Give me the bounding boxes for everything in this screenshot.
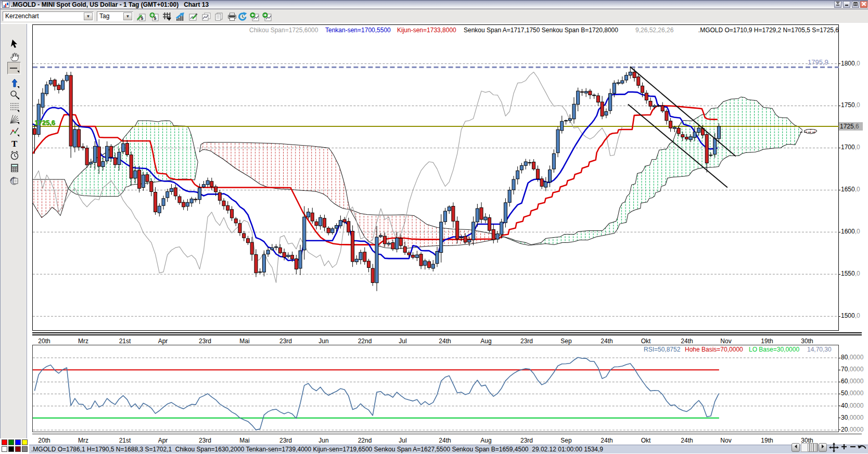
- svg-text:T: T: [11, 139, 18, 149]
